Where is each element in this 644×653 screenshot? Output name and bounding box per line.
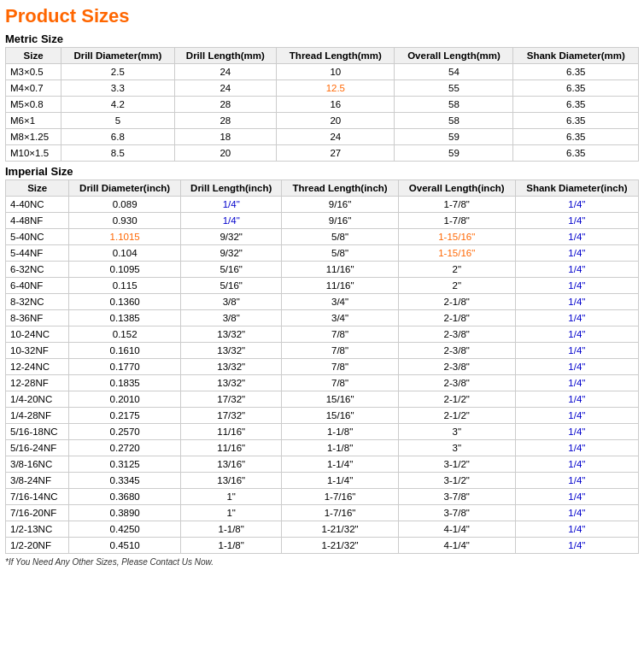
table-cell: 0.3890 <box>69 505 181 521</box>
table-cell: 9/32" <box>180 245 281 262</box>
table-cell: 24 <box>174 80 277 97</box>
table-row: 10-32NF0.161013/32"7/8"2-3/8"1/4" <box>6 343 639 359</box>
table-cell: 1/4" <box>515 473 638 489</box>
table-cell: 5 <box>61 113 174 129</box>
metric-header: Shank Diameter(mm) <box>513 48 639 64</box>
table-cell: 1-1/4" <box>282 473 398 489</box>
table-cell: 5-40NC <box>6 229 69 245</box>
table-cell: 5/16" <box>180 278 281 294</box>
table-cell: 2-3/8" <box>398 326 515 343</box>
table-cell: 6.35 <box>513 145 639 162</box>
table-cell: 0.2570 <box>69 424 181 440</box>
table-cell: 7/8" <box>282 326 398 343</box>
table-cell: 0.2010 <box>69 391 181 408</box>
table-cell: 58 <box>395 97 513 113</box>
table-row: 7/16-14NC0.36801"1-7/16"3-7/8"1/4" <box>6 489 639 505</box>
metric-section-title: Metric Size <box>5 32 639 45</box>
table-row: M4×0.73.32412.5556.35 <box>6 80 639 97</box>
table-cell: 8.5 <box>61 145 174 162</box>
table-row: 1/4-28NF0.217517/32"15/16"2-1/2"1/4" <box>6 408 639 424</box>
table-cell: 2-1/8" <box>398 294 515 310</box>
table-cell: 9/32" <box>180 229 281 245</box>
table-cell: 1" <box>180 489 281 505</box>
table-cell: 3-7/8" <box>398 489 515 505</box>
table-cell: 1/4" <box>515 505 638 521</box>
imperial-table: SizeDrill Diameter(inch)Drill Length(inc… <box>5 179 639 554</box>
table-cell: 20 <box>277 113 395 129</box>
table-row: M8×1.256.81824596.35 <box>6 129 639 145</box>
table-cell: 1/4" <box>515 262 638 278</box>
table-row: 12-28NF0.183513/32"7/8"2-3/8"1/4" <box>6 375 639 391</box>
table-cell: 2-1/2" <box>398 408 515 424</box>
table-cell: 3/4" <box>282 294 398 310</box>
table-cell: 6.35 <box>513 129 639 145</box>
table-cell: 1/4" <box>515 197 638 213</box>
table-cell: 1/4" <box>515 343 638 359</box>
table-cell: 16 <box>277 97 395 113</box>
table-cell: 3/8-16NC <box>6 456 69 473</box>
table-cell: 1-7/8" <box>398 197 515 213</box>
table-cell: 12-28NF <box>6 375 69 391</box>
table-cell: 1/4" <box>515 440 638 456</box>
table-cell: 13/32" <box>180 343 281 359</box>
table-cell: 7/16-20NF <box>6 505 69 521</box>
table-cell: 15/16" <box>282 391 398 408</box>
table-cell: 2" <box>398 278 515 294</box>
table-cell: 1/4" <box>515 538 638 554</box>
table-cell: 1-21/32" <box>282 521 398 538</box>
table-row: 1/2-20NF0.45101-1/8"1-21/32"4-1/4"1/4" <box>6 538 639 554</box>
table-cell: 24 <box>174 64 277 80</box>
table-row: 5/16-24NF0.272011/16"1-1/8"3"1/4" <box>6 440 639 456</box>
table-cell: 1/4" <box>515 456 638 473</box>
table-cell: 0.2175 <box>69 408 181 424</box>
imperial-header: Size <box>6 180 69 197</box>
table-cell: 1-1/8" <box>282 424 398 440</box>
table-cell: 6.35 <box>513 97 639 113</box>
table-cell: 6-40NF <box>6 278 69 294</box>
table-cell: 28 <box>174 113 277 129</box>
table-cell: 11/16" <box>180 440 281 456</box>
table-cell: 1/4" <box>515 521 638 538</box>
metric-header: Drill Length(mm) <box>174 48 277 64</box>
imperial-header: Drill Diameter(inch) <box>69 180 181 197</box>
table-cell: 5-44NF <box>6 245 69 262</box>
metric-header: Overall Length(mm) <box>395 48 513 64</box>
table-row: 5-40NC1.10159/32"5/8"1-15/16"1/4" <box>6 229 639 245</box>
imperial-section-title: Imperial Size <box>5 165 639 178</box>
table-cell: 4-1/4" <box>398 538 515 554</box>
table-cell: 1.1015 <box>69 229 181 245</box>
table-cell: 0.1835 <box>69 375 181 391</box>
table-cell: 0.1385 <box>69 310 181 326</box>
table-cell: 8-32NC <box>6 294 69 310</box>
table-row: 7/16-20NF0.38901"1-7/16"3-7/8"1/4" <box>6 505 639 521</box>
table-cell: 1/4" <box>515 245 638 262</box>
table-cell: 3-7/8" <box>398 505 515 521</box>
table-cell: 11/16" <box>180 424 281 440</box>
table-row: 4-40NC0.0891/4"9/16"1-7/8"1/4" <box>6 197 639 213</box>
table-cell: 1/4" <box>515 310 638 326</box>
table-cell: 4-40NC <box>6 197 69 213</box>
table-cell: 1/4-20NC <box>6 391 69 408</box>
table-cell: 27 <box>277 145 395 162</box>
table-cell: 0.115 <box>69 278 181 294</box>
table-cell: M6×1 <box>6 113 61 129</box>
table-cell: 12.5 <box>277 80 395 97</box>
table-cell: 0.2720 <box>69 440 181 456</box>
table-cell: 1/4" <box>515 326 638 343</box>
table-cell: 7/8" <box>282 343 398 359</box>
table-row: 1/4-20NC0.201017/32"15/16"2-1/2"1/4" <box>6 391 639 408</box>
table-cell: 1/4" <box>515 489 638 505</box>
table-cell: 5/16" <box>180 262 281 278</box>
table-cell: 1/4" <box>515 408 638 424</box>
table-cell: 1/4" <box>515 375 638 391</box>
table-cell: 2-3/8" <box>398 343 515 359</box>
imperial-header: Thread Length(inch) <box>282 180 398 197</box>
table-cell: 0.104 <box>69 245 181 262</box>
table-cell: 3/8" <box>180 294 281 310</box>
table-cell: 6.8 <box>61 129 174 145</box>
table-cell: 4-1/4" <box>398 521 515 538</box>
table-cell: 0.1610 <box>69 343 181 359</box>
table-cell: 1/4" <box>515 359 638 375</box>
table-cell: 1-7/8" <box>398 213 515 229</box>
table-cell: 5/8" <box>282 245 398 262</box>
